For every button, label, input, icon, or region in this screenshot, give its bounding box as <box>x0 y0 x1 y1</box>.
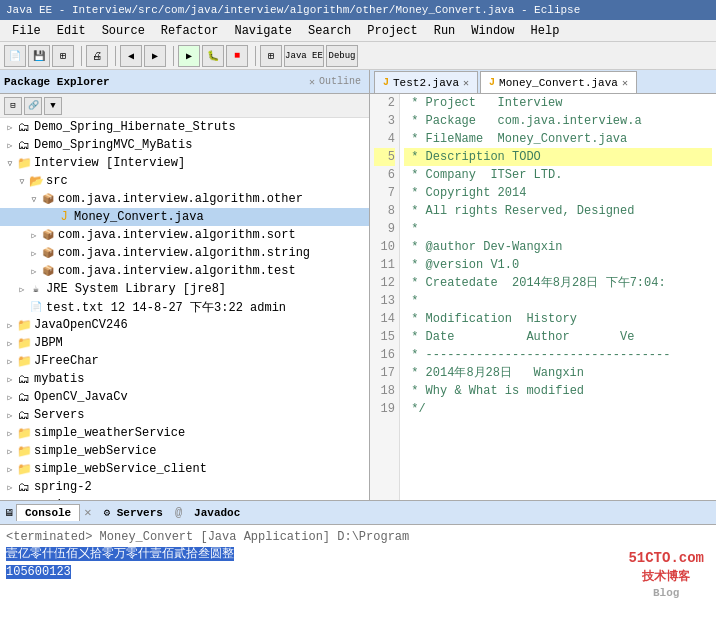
arrow-web: ▷ <box>4 445 16 457</box>
tab-money-convert[interactable]: J Money_Convert.java ✕ <box>480 71 637 93</box>
perspective-btn[interactable]: ⊞ <box>260 45 282 67</box>
code-line-17: * 2014年8月28日 Wangxin <box>404 364 712 382</box>
new-btn[interactable]: 📄 <box>4 45 26 67</box>
watermark-line2: 技术博客 <box>628 569 704 586</box>
console-selected-text: 壹亿零什伍佰㐅拾零万零什壹佰貳拾叁圆整 <box>6 547 234 561</box>
stop-btn[interactable]: ■ <box>226 45 248 67</box>
tree-item-interview[interactable]: ▽ 📁 Interview [Interview] <box>0 154 369 172</box>
folder-icon-spring2: 🗂 <box>16 479 32 495</box>
src-icon: 📂 <box>28 173 44 189</box>
tree-item-pkg-other[interactable]: ▽ 📦 com.java.interview.algorithm.other <box>0 190 369 208</box>
tree-item-java-opencv[interactable]: ▷ 📁 JavaOpenCV246 <box>0 316 369 334</box>
console-tabs: 🖥 Console ✕ ⚙ Servers @ Javadoc <box>0 501 716 525</box>
tree-item-spring2[interactable]: ▷ 🗂 spring-2 <box>0 478 369 496</box>
tree-item-opencv[interactable]: ▷ 🗂 OpenCV_JavaCv <box>0 388 369 406</box>
tree-item-demo-spring[interactable]: ▷ 🗂 Demo_Spring_Hibernate_Struts <box>0 118 369 136</box>
arrow-java-opencv: ▷ <box>4 319 16 331</box>
tree-area[interactable]: ▷ 🗂 Demo_Spring_Hibernate_Struts ▷ 🗂 Dem… <box>0 118 369 500</box>
arrow-jre: ▷ <box>16 283 28 295</box>
tree-item-pkg-string[interactable]: ▷ 📦 com.java.interview.algorithm.string <box>0 244 369 262</box>
tree-item-demo-springmvc[interactable]: ▷ 🗂 Demo_SpringMVC_MyBatis <box>0 136 369 154</box>
save-all-btn[interactable]: ⊞ <box>52 45 74 67</box>
tree-item-servers[interactable]: ▷ 🗂 Servers <box>0 406 369 424</box>
console-output-number: 105600123 <box>6 565 71 579</box>
label-jre: JRE System Library [jre8] <box>46 282 226 296</box>
package-icon-other: 📦 <box>40 191 56 207</box>
tree-item-pkg-test[interactable]: ▷ 📦 com.java.interview.algorithm.test <box>0 262 369 280</box>
arrow-spring2: ▷ <box>4 481 16 493</box>
package-icon-test: 📦 <box>40 263 56 279</box>
menu-edit[interactable]: Edit <box>49 22 94 40</box>
label-java-opencv: JavaOpenCV246 <box>34 318 128 332</box>
arrow-pkg-test: ▷ <box>28 265 40 277</box>
label-money-convert: Money_Convert.java <box>74 210 204 224</box>
tree-item-web[interactable]: ▷ 📁 simple_webService <box>0 442 369 460</box>
arrow-interview: ▽ <box>4 157 16 169</box>
tab-console[interactable]: Console <box>16 504 80 521</box>
menu-project[interactable]: Project <box>359 22 425 40</box>
toolbar-sep-4 <box>252 46 256 66</box>
label-pkg-sort: com.java.interview.algorithm.sort <box>58 228 296 242</box>
tree-item-test-txt[interactable]: ▷ 📄 test.txt 12 14-8-27 下午3:22 admin <box>0 298 369 316</box>
code-content[interactable]: * Project Interview * Package com.java.i… <box>400 94 716 500</box>
menu-run[interactable]: Run <box>426 22 464 40</box>
project-icon-interview: 📁 <box>16 155 32 171</box>
code-line-11: * @version V1.0 <box>404 256 712 274</box>
content-area: Package Explorer ✕ Outline ⊟ 🔗 ▼ ▷ 🗂 Dem… <box>0 70 716 500</box>
print-btn[interactable]: 🖨 <box>86 45 108 67</box>
tab-javadoc[interactable]: Javadoc <box>186 505 248 521</box>
code-line-9: * <box>404 220 712 238</box>
panel-menu-btn[interactable]: ▼ <box>44 97 62 115</box>
tree-item-jre[interactable]: ▷ ☕ JRE System Library [jre8] <box>0 280 369 298</box>
arrow-demo-springmvc: ▷ <box>4 139 16 151</box>
menu-refactor[interactable]: Refactor <box>153 22 227 40</box>
left-panel: Package Explorer ✕ Outline ⊟ 🔗 ▼ ▷ 🗂 Dem… <box>0 70 370 500</box>
collapse-all-btn[interactable]: ⊟ <box>4 97 22 115</box>
toolbar: 📄 💾 ⊞ 🖨 ◀ ▶ ▶ 🐛 ■ ⊞ Java EE Debug <box>0 42 716 70</box>
tab-money-icon: J <box>489 77 495 88</box>
tree-item-src[interactable]: ▽ 📂 src <box>0 172 369 190</box>
panel-header-x[interactable]: ✕ <box>309 76 315 88</box>
menu-help[interactable]: Help <box>523 22 568 40</box>
toolbar-sep-1 <box>78 46 82 66</box>
tab-money-close[interactable]: ✕ <box>622 77 628 89</box>
code-line-7: * Copyright 2014 <box>404 184 712 202</box>
arrow-jbpm: ▷ <box>4 337 16 349</box>
back-btn[interactable]: ◀ <box>120 45 142 67</box>
tree-item-jbpm[interactable]: ▷ 📁 JBPM <box>0 334 369 352</box>
menu-window[interactable]: Window <box>463 22 522 40</box>
java-perspective[interactable]: Java EE <box>284 45 324 67</box>
debug-btn[interactable]: 🐛 <box>202 45 224 67</box>
tree-item-mybatis[interactable]: ▷ 🗂 mybatis <box>0 370 369 388</box>
tree-item-jfreechar[interactable]: ▷ 📁 JFreeChar <box>0 352 369 370</box>
arrow-pkg-string: ▷ <box>28 247 40 259</box>
file-icon-test-txt: 📄 <box>28 299 44 315</box>
folder-icon-springmvc: 🗂 <box>16 137 32 153</box>
menu-source[interactable]: Source <box>94 22 153 40</box>
outline-label[interactable]: Outline <box>319 76 361 87</box>
debug-perspective[interactable]: Debug <box>326 45 358 67</box>
tree-item-pkg-sort[interactable]: ▷ 📦 com.java.interview.algorithm.sort <box>0 226 369 244</box>
console-content[interactable]: <terminated> Money_Convert [Java Applica… <box>0 525 716 641</box>
tab-test2-label: Test2.java <box>393 77 459 89</box>
label-pkg-other: com.java.interview.algorithm.other <box>58 192 303 206</box>
folder-icon-mybatis: 🗂 <box>16 371 32 387</box>
tab-test2-close[interactable]: ✕ <box>463 77 469 89</box>
menu-file[interactable]: File <box>4 22 49 40</box>
run-btn[interactable]: ▶ <box>178 45 200 67</box>
forward-btn[interactable]: ▶ <box>144 45 166 67</box>
tree-item-web-client[interactable]: ▷ 📁 simple_webService_client <box>0 460 369 478</box>
link-editor-btn[interactable]: 🔗 <box>24 97 42 115</box>
tab-servers[interactable]: ⚙ Servers <box>95 504 170 521</box>
toolbar-sep-3 <box>170 46 174 66</box>
save-btn[interactable]: 💾 <box>28 45 50 67</box>
console-sep-1: ✕ <box>84 505 91 520</box>
label-src: src <box>46 174 68 188</box>
tab-test2[interactable]: J Test2.java ✕ <box>374 71 478 93</box>
menu-search[interactable]: Search <box>300 22 359 40</box>
menu-navigate[interactable]: Navigate <box>226 22 300 40</box>
tree-item-weather[interactable]: ▷ 📁 simple_weatherService <box>0 424 369 442</box>
editor-content[interactable]: 2 3 4 5 6 7 8 9 10 11 12 13 14 15 <box>370 94 716 500</box>
tab-money-label: Money_Convert.java <box>499 77 618 89</box>
tree-item-money-convert[interactable]: ▷ J Money_Convert.java <box>0 208 369 226</box>
